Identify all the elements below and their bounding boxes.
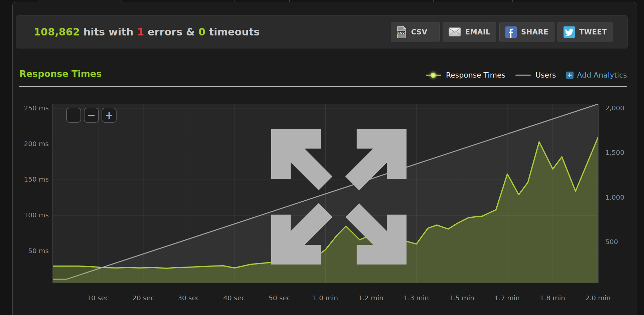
- share-facebook-button[interactable]: SHARE: [499, 22, 554, 42]
- x-axis-label: 1.2 min: [347, 293, 394, 303]
- users-swatch-icon: [515, 75, 531, 76]
- expand-arrows-icon: [66, 108, 612, 286]
- y-axis-right-label: 500: [605, 237, 644, 247]
- twitter-bird-icon: [564, 26, 575, 38]
- response-times-chart[interactable]: − +: [52, 104, 599, 283]
- x-axis-label: 1.8 min: [529, 293, 576, 303]
- chart-controls: − +: [66, 108, 117, 123]
- tweet-button-label: TWEET: [579, 28, 607, 36]
- facebook-icon: [505, 26, 517, 38]
- csv-file-icon: CSV: [397, 26, 407, 38]
- email-envelope-icon: [449, 27, 461, 36]
- add-analytics-link[interactable]: + Add Analytics: [566, 71, 627, 79]
- y-axis-left-label: 250 ms: [9, 103, 49, 113]
- tab-active-fragment[interactable]: [37, 0, 122, 3]
- y-axis-right-label: 1,500: [605, 147, 644, 158]
- loader-results-page: { "summary": { "hits_value": "108,862", …: [0, 0, 644, 315]
- export-buttons: CSV CSV EMAIL: [391, 22, 613, 42]
- timeouts-label: timeouts: [209, 26, 260, 38]
- y-axis-left-label: 200 ms: [9, 139, 49, 149]
- summary-text: 108,862 hits with 1 errors & 0 timeouts: [34, 26, 260, 38]
- response-times-swatch-icon: [426, 75, 441, 76]
- y-axis-left-label: 50 ms: [9, 246, 49, 256]
- section-heading: Response Times: [19, 69, 102, 79]
- legend-users-label: Users: [535, 71, 556, 79]
- x-axis-label: 10 sec: [74, 293, 121, 303]
- y-axis-left-label: 150 ms: [9, 174, 49, 184]
- y-axis-right-label: 1,000: [605, 192, 644, 202]
- csv-button[interactable]: CSV CSV: [391, 22, 440, 42]
- legend-item-users[interactable]: Users: [515, 71, 556, 79]
- fullscreen-button[interactable]: [66, 108, 81, 123]
- share-button-label: SHARE: [521, 28, 548, 36]
- summary-bar: 108,862 hits with 1 errors & 0 timeouts …: [16, 15, 628, 48]
- x-axis-label: 1.0 min: [302, 293, 349, 303]
- y-axis-right-label: 2,000: [605, 103, 644, 113]
- email-button[interactable]: EMAIL: [443, 22, 496, 42]
- plus-icon: +: [566, 72, 574, 79]
- errors-count: 1: [137, 26, 144, 38]
- svg-text:CSV: CSV: [397, 31, 405, 34]
- x-axis-label: 50 sec: [256, 293, 303, 303]
- hits-count: 108,862: [34, 26, 80, 38]
- legend-item-response-times[interactable]: Response Times: [426, 71, 505, 79]
- x-axis-label: 1.5 min: [438, 293, 485, 303]
- add-analytics-label: Add Analytics: [577, 71, 627, 79]
- x-axis-label: 2.0 min: [575, 293, 621, 303]
- chart-legend: Response Times Users + Add Analytics: [426, 71, 627, 79]
- x-axis-label: 1.3 min: [393, 293, 440, 303]
- heading-divider: [19, 86, 627, 87]
- errors-label: errors &: [148, 26, 195, 38]
- x-axis-label: 20 sec: [120, 293, 167, 303]
- x-axis-label: 40 sec: [211, 293, 258, 303]
- legend-response-times-label: Response Times: [446, 71, 505, 79]
- glow-dot-icon: [431, 73, 436, 78]
- hits-label: hits with: [84, 26, 134, 38]
- y-axis-left-label: 100 ms: [9, 210, 49, 220]
- email-button-label: EMAIL: [465, 28, 490, 36]
- x-axis-label: 1.7 min: [484, 293, 530, 303]
- x-axis-label: 30 sec: [165, 293, 212, 303]
- tweet-button[interactable]: TWEET: [557, 22, 613, 42]
- timeouts-count: 0: [198, 26, 205, 38]
- csv-button-label: CSV: [411, 28, 428, 36]
